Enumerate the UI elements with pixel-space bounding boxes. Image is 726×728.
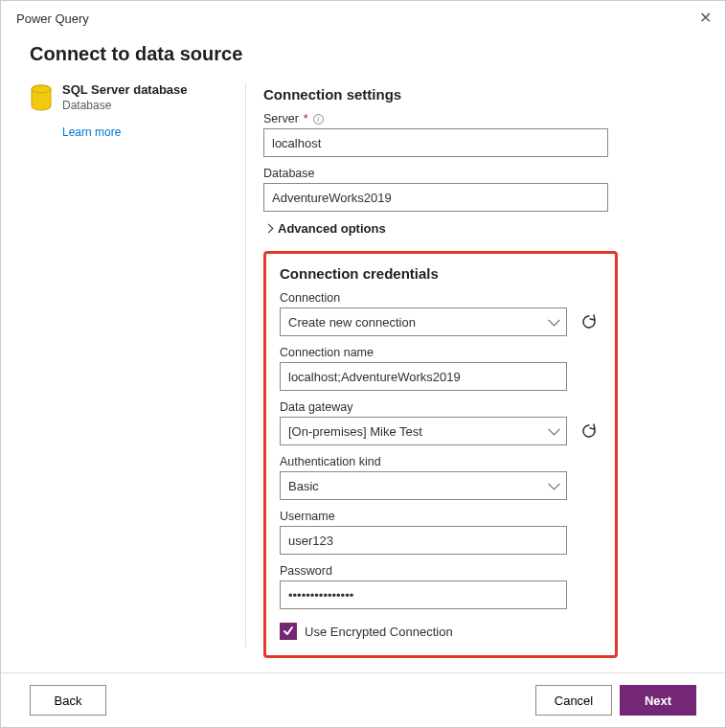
page-title: Connect to data source (30, 43, 725, 65)
refresh-connection-button[interactable] (579, 311, 600, 332)
server-input[interactable] (263, 128, 608, 157)
refresh-gateway-button[interactable] (579, 421, 600, 442)
connection-field: Connection Create new connection (280, 291, 601, 336)
auth-field: Authentication kind Basic (280, 455, 601, 500)
username-input[interactable] (280, 526, 567, 555)
learn-more-link[interactable]: Learn more (62, 125, 188, 139)
next-button[interactable]: Next (620, 685, 696, 716)
database-input[interactable] (263, 183, 608, 212)
vertical-divider (245, 82, 246, 648)
encrypted-label: Use Encrypted Connection (305, 625, 453, 639)
password-label: Password (280, 564, 332, 578)
settings-heading: Connection settings (263, 86, 696, 102)
credentials-section: Connection credentials Connection Create… (263, 251, 618, 658)
connection-select[interactable]: Create new connection (280, 307, 567, 336)
info-icon[interactable]: i (313, 114, 324, 125)
auth-select[interactable]: Basic (280, 471, 567, 500)
database-field: Database (263, 167, 696, 212)
body: SQL Server database Database Learn more … (1, 82, 725, 648)
auth-label: Authentication kind (280, 455, 381, 468)
server-field: Server * i (263, 112, 696, 157)
chevron-right-icon (264, 224, 274, 234)
connection-value: Create new connection (288, 315, 416, 330)
title-bar: Power Query ✕ (1, 1, 725, 34)
gateway-label: Data gateway (280, 400, 352, 414)
connection-name-field: Connection name (280, 346, 601, 391)
auth-value: Basic (288, 479, 319, 493)
username-field: Username (280, 510, 601, 555)
cancel-button[interactable]: Cancel (535, 685, 612, 716)
database-label: Database (263, 167, 315, 180)
gateway-select[interactable]: [On-premises] Mike Test (280, 417, 567, 445)
refresh-icon (580, 313, 598, 330)
gateway-field: Data gateway [On-premises] Mike Test (280, 400, 601, 445)
window-title: Power Query (16, 11, 89, 26)
connection-name-input[interactable] (280, 362, 567, 391)
server-label: Server (263, 112, 299, 125)
source-subtitle: Database (62, 99, 188, 112)
required-marker: * (304, 112, 308, 125)
username-label: Username (280, 510, 335, 523)
credentials-heading: Connection credentials (280, 265, 601, 282)
close-icon[interactable]: ✕ (699, 11, 712, 26)
encrypted-checkbox-row: Use Encrypted Connection (280, 623, 601, 640)
gateway-value: [On-premises] Mike Test (288, 424, 422, 439)
source-info: SQL Server database Database Learn more (62, 82, 188, 648)
footer: Back Cancel Next (1, 672, 725, 727)
database-icon (30, 84, 53, 113)
advanced-options-label: Advanced options (278, 221, 386, 236)
encrypted-checkbox[interactable] (280, 623, 297, 640)
back-button[interactable]: Back (30, 685, 106, 716)
password-field: Password (280, 564, 601, 609)
settings-panel: Connection settings Server * i Database … (263, 82, 696, 648)
check-icon (283, 626, 294, 637)
connection-label: Connection (280, 291, 340, 305)
refresh-icon (580, 422, 598, 440)
password-input[interactable] (280, 580, 567, 609)
advanced-options-toggle[interactable]: Advanced options (263, 221, 696, 236)
connection-name-label: Connection name (280, 346, 374, 359)
source-panel: SQL Server database Database Learn more (30, 82, 245, 648)
source-title: SQL Server database (62, 82, 188, 97)
